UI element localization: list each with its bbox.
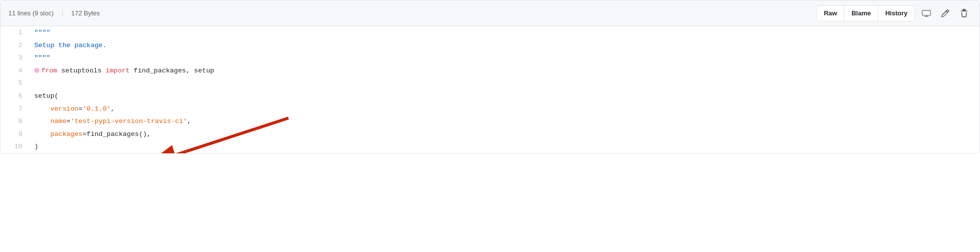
- table-row: 10 ): [0, 140, 980, 153]
- raw-button[interactable]: Raw: [817, 6, 844, 21]
- code-token: """": [34, 29, 50, 36]
- line-number: 9: [0, 128, 30, 141]
- table-row: 1 """": [0, 26, 980, 39]
- line-content: packages=find_packages(),: [30, 128, 980, 141]
- table-row: 9 packages=find_packages(),: [0, 128, 980, 141]
- table-row: 8 name='test-pypi-version-travis-ci',: [0, 115, 980, 128]
- monitor-icon: [922, 9, 931, 18]
- table-row: 2 Setup the package.: [0, 39, 980, 52]
- code-token: import: [106, 67, 130, 74]
- meta-separator: |: [62, 9, 63, 17]
- table-row: 5: [0, 77, 980, 90]
- line-number: 10: [0, 140, 30, 153]
- code-wrapper: 1 """" 2 Setup the package. 3 """": [0, 26, 980, 153]
- table-row: 6 setup(: [0, 90, 980, 103]
- code-token: from: [41, 67, 57, 74]
- view-mode-buttons: Raw Blame History: [816, 5, 915, 21]
- code-token: version: [50, 105, 78, 113]
- table-row: 3 """": [0, 52, 980, 64]
- line-number: 1: [0, 26, 30, 39]
- line-number: 5: [0, 77, 30, 90]
- code-token: =find_packages(),: [82, 130, 151, 138]
- file-view: 11 lines (9 sloc) | 172 Bytes Raw Blame …: [0, 0, 980, 154]
- code-token: find_packages, setup: [130, 67, 214, 74]
- dot-indicator: [34, 68, 39, 73]
- edit-icon: [941, 9, 950, 18]
- line-content: setup(: [30, 90, 980, 103]
- line-number: 4: [0, 64, 30, 77]
- code-token: packages: [50, 130, 82, 138]
- line-number: 7: [0, 103, 30, 116]
- code-token: [34, 105, 50, 113]
- line-number: 8: [0, 115, 30, 128]
- code-token: Setup the package.: [34, 42, 107, 49]
- table-row: 4 from setuptools import find_packages, …: [0, 64, 980, 77]
- code-token: 'test-pypi-version-travis-ci': [70, 118, 187, 125]
- code-token: setuptools: [57, 67, 105, 74]
- code-token: ): [34, 143, 38, 150]
- line-content: from setuptools import find_packages, se…: [30, 64, 980, 77]
- table-row: 7 version='0.1.0',: [0, 103, 980, 116]
- line-content: name='test-pypi-version-travis-ci',: [30, 115, 980, 128]
- code-body: 1 """" 2 Setup the package. 3 """": [0, 26, 980, 153]
- delete-button[interactable]: [957, 7, 972, 20]
- code-table: 1 """" 2 Setup the package. 3 """": [0, 26, 980, 153]
- file-header: 11 lines (9 sloc) | 172 Bytes Raw Blame …: [0, 0, 980, 26]
- line-content: """": [30, 26, 980, 39]
- line-content: Setup the package.: [30, 39, 980, 52]
- file-size: 172 Bytes: [71, 9, 100, 17]
- code-token: setup(: [34, 92, 59, 100]
- file-meta: 11 lines (9 sloc) | 172 Bytes: [8, 9, 100, 17]
- code-token: ,: [111, 105, 115, 113]
- line-content: version='0.1.0',: [30, 103, 980, 116]
- line-number: 6: [0, 90, 30, 103]
- file-actions: Raw Blame History: [816, 5, 972, 21]
- code-token: [34, 130, 50, 138]
- edit-button[interactable]: [938, 7, 953, 20]
- monitor-button[interactable]: [919, 7, 934, 20]
- code-token: =: [67, 118, 70, 125]
- line-content: ): [30, 140, 980, 153]
- line-count: 11 lines (9 sloc): [8, 9, 54, 17]
- code-token: ,: [187, 118, 191, 125]
- code-token: '0.1.0': [82, 105, 111, 113]
- line-content: [30, 77, 980, 90]
- line-number: 3: [0, 52, 30, 64]
- code-token: [34, 118, 50, 125]
- history-button[interactable]: History: [878, 6, 914, 21]
- code-token: """": [34, 54, 50, 62]
- line-content: """": [30, 52, 980, 64]
- line-number: 2: [0, 39, 30, 52]
- blame-button[interactable]: Blame: [844, 6, 878, 21]
- delete-icon: [960, 9, 969, 18]
- code-token: name: [50, 118, 66, 125]
